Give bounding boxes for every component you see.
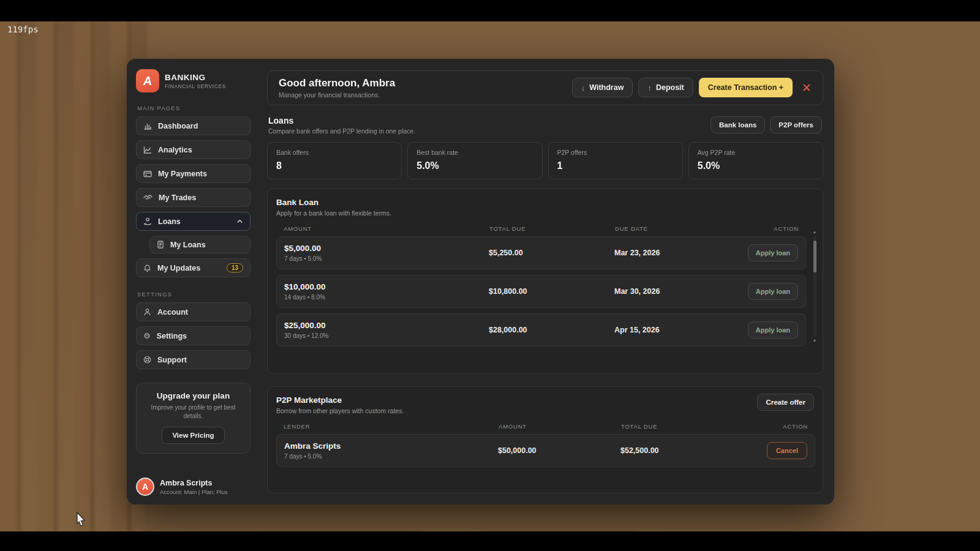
updates-badge: 13 bbox=[227, 263, 243, 272]
sidebar-item-label: Loans bbox=[158, 217, 181, 226]
loan-amount: $5,000.00 bbox=[284, 244, 489, 253]
create-offer-button[interactable]: Create offer bbox=[757, 394, 814, 411]
stats-row: Bank offers 8 Best bank rate 5.0% P2P of… bbox=[267, 142, 823, 179]
sidebar-item-label: Support bbox=[157, 356, 187, 364]
sidebar-item-my-trades[interactable]: My Trades bbox=[136, 188, 251, 207]
close-icon[interactable]: ✕ bbox=[802, 82, 812, 94]
sidebar-item-label: Dashboard bbox=[158, 122, 198, 130]
sidebar-item-settings[interactable]: ⚙ Settings bbox=[136, 326, 251, 345]
table-row: $25,000.00 30 days • 12.0% $28,000.00 Ap… bbox=[276, 313, 806, 347]
user-name: Ambra Scripts bbox=[160, 479, 228, 487]
main-pages-label: MAIN PAGES bbox=[137, 105, 251, 111]
main-content: Good afternoon, Ambra Manage your financ… bbox=[260, 59, 834, 504]
scroll-up-icon[interactable]: ▲ bbox=[813, 230, 817, 234]
withdraw-button[interactable]: ↓ Withdraw bbox=[572, 78, 633, 97]
handshake-icon bbox=[143, 193, 153, 202]
avatar: A bbox=[136, 478, 154, 496]
sidebar: A BANKING FINANCIAL SERVICES MAIN PAGES … bbox=[127, 59, 260, 504]
p2p-lender: Ambra Scripts bbox=[284, 441, 498, 451]
brand: A BANKING FINANCIAL SERVICES bbox=[136, 69, 251, 92]
bar-chart-icon bbox=[143, 122, 152, 130]
letterbox-top bbox=[0, 0, 980, 21]
sidebar-item-my-updates[interactable]: My Updates 13 bbox=[136, 258, 251, 277]
sidebar-item-support[interactable]: Support bbox=[136, 350, 251, 369]
stat-bank-offers: Bank offers 8 bbox=[267, 142, 402, 179]
sidebar-item-my-loans[interactable]: My Loans bbox=[149, 236, 251, 253]
hand-coin-icon bbox=[143, 217, 152, 226]
person-icon bbox=[143, 308, 151, 316]
sidebar-item-label: Account bbox=[157, 308, 188, 317]
banking-window: A BANKING FINANCIAL SERVICES MAIN PAGES … bbox=[127, 59, 834, 504]
p2p-marketplace-card: P2P Marketplace Borrow from other player… bbox=[267, 386, 823, 493]
bank-loan-subtitle: Apply for a bank loan with flexible term… bbox=[276, 209, 814, 217]
sidebar-item-loans[interactable]: Loans bbox=[136, 212, 251, 231]
bell-icon bbox=[143, 264, 151, 272]
loan-total-due: $5,250.00 bbox=[489, 249, 614, 257]
tab-p2p-offers[interactable]: P2P offers bbox=[770, 116, 822, 133]
apply-loan-button[interactable]: Apply loan bbox=[748, 244, 798, 261]
scroll-down-icon[interactable]: ▼ bbox=[813, 339, 817, 343]
settings-label: SETTINGS bbox=[137, 291, 251, 298]
cancel-offer-button[interactable]: Cancel bbox=[767, 442, 807, 459]
upgrade-subtitle: Improve your profile to get best details… bbox=[144, 403, 243, 420]
tab-bank-loans[interactable]: Bank loans bbox=[710, 116, 765, 133]
line-chart-icon bbox=[143, 146, 152, 154]
upgrade-title: Upgrade your plan bbox=[144, 391, 243, 400]
apply-loan-button[interactable]: Apply loan bbox=[748, 321, 798, 339]
stat-avg-p2p-rate: Avg P2P rate 5.0% bbox=[688, 142, 823, 179]
table-row: $10,000.00 14 days • 8.0% $10,800.00 Mar… bbox=[276, 275, 806, 308]
fps-counter: 119fps bbox=[7, 24, 39, 34]
p2p-title: P2P Marketplace bbox=[276, 395, 814, 405]
sidebar-item-label: Settings bbox=[157, 332, 187, 340]
stat-best-bank-rate: Best bank rate 5.0% bbox=[407, 142, 542, 179]
scrollbar-thumb[interactable] bbox=[813, 241, 816, 272]
loan-due-date: Mar 23, 2026 bbox=[614, 249, 740, 257]
bank-loan-table-header: AMOUNT TOTAL DUE DUE DATE ACTION bbox=[276, 225, 806, 232]
greeting-subtitle: Manage your financial transactions. bbox=[279, 91, 395, 99]
life-ring-icon bbox=[143, 356, 151, 364]
user-footer: A Ambra Scripts Account: Main | Plan: Pl… bbox=[136, 470, 251, 496]
table-row: $5,000.00 7 days • 5.0% $5,250.00 Mar 23… bbox=[276, 236, 806, 269]
greeting-header: Good afternoon, Ambra Manage your financ… bbox=[267, 70, 823, 105]
p2p-total-due: $52,500.00 bbox=[620, 446, 749, 455]
loan-amount: $25,000.00 bbox=[284, 321, 489, 330]
brand-title: BANKING bbox=[165, 73, 226, 82]
loan-due-date: Apr 15, 2026 bbox=[614, 326, 740, 334]
table-row: Ambra Scripts 7 days • 5.0% $50,000.00 $… bbox=[276, 434, 815, 467]
sidebar-item-label: My Payments bbox=[158, 170, 207, 178]
chevron-up-icon bbox=[236, 218, 243, 225]
p2p-subtitle: Borrow from other players with custom ra… bbox=[276, 407, 814, 414]
credit-card-icon bbox=[143, 170, 152, 178]
apply-loan-button[interactable]: Apply loan bbox=[748, 283, 798, 300]
scrollbar-track[interactable] bbox=[813, 236, 816, 337]
stat-p2p-offers: P2P offers 1 bbox=[548, 142, 683, 179]
deposit-button[interactable]: ↑ Deposit bbox=[638, 78, 693, 97]
sidebar-item-account[interactable]: Account bbox=[136, 302, 251, 321]
wood-wall bbox=[0, 21, 147, 533]
loan-total-due: $28,000.00 bbox=[489, 326, 614, 334]
bank-loan-card: Bank Loan Apply for a bank loan with fle… bbox=[267, 189, 823, 374]
p2p-terms: 7 days • 5.0% bbox=[284, 453, 498, 460]
gear-icon: ⚙ bbox=[143, 332, 151, 340]
brand-logo-icon: A bbox=[136, 69, 159, 92]
loan-amount: $10,000.00 bbox=[284, 282, 489, 291]
view-pricing-button[interactable]: View Pricing bbox=[162, 427, 224, 444]
document-icon bbox=[157, 241, 164, 249]
sidebar-item-dashboard[interactable]: Dashboard bbox=[136, 116, 251, 135]
loan-terms: 30 days • 12.0% bbox=[284, 332, 489, 339]
p2p-amount: $50,000.00 bbox=[498, 446, 620, 455]
create-transaction-button[interactable]: Create Transaction + bbox=[699, 78, 793, 97]
sidebar-item-analytics[interactable]: Analytics bbox=[136, 140, 251, 159]
loan-due-date: Mar 30, 2026 bbox=[614, 287, 740, 296]
sidebar-item-label: My Trades bbox=[159, 193, 196, 202]
letterbox-bottom bbox=[0, 531, 980, 551]
scrollbar[interactable]: ▲ ▼ bbox=[812, 230, 818, 343]
mouse-cursor-icon bbox=[75, 512, 86, 528]
sidebar-item-label: My Updates bbox=[157, 264, 200, 272]
loan-total-due: $10,800.00 bbox=[489, 287, 614, 296]
loan-terms: 7 days • 5.0% bbox=[284, 255, 489, 262]
loans-section-header: Loans Compare bank offers and P2P lendin… bbox=[268, 116, 822, 135]
brand-subtitle: FINANCIAL SERVICES bbox=[165, 83, 226, 89]
sidebar-item-my-payments[interactable]: My Payments bbox=[136, 164, 251, 183]
loans-title: Loans bbox=[268, 116, 415, 126]
